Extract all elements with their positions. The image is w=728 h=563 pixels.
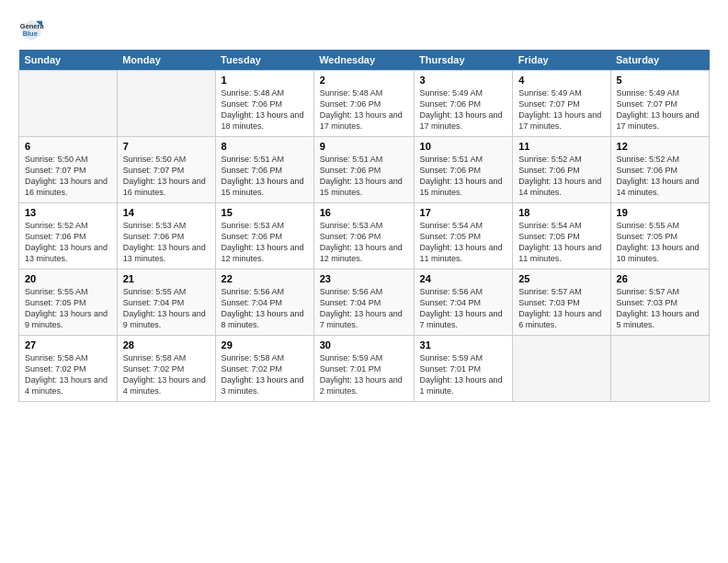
col-header-tuesday: Tuesday: [215, 50, 313, 71]
day-info: Sunrise: 5:49 AMSunset: 7:06 PMDaylight:…: [420, 87, 507, 132]
day-cell: 18Sunrise: 5:54 AMSunset: 7:05 PMDayligh…: [513, 203, 610, 270]
logo-icon: General Blue: [18, 17, 44, 42]
day-number: 19: [617, 207, 703, 218]
day-number: 10: [420, 141, 507, 152]
day-number: 8: [222, 141, 308, 152]
day-info: Sunrise: 5:56 AMSunset: 7:04 PMDaylight:…: [420, 286, 507, 331]
col-header-monday: Monday: [117, 50, 215, 71]
day-number: 20: [25, 273, 111, 284]
calendar-table: SundayMondayTuesdayWednesdayThursdayFrid…: [18, 50, 710, 402]
day-cell: 11Sunrise: 5:52 AMSunset: 7:06 PMDayligh…: [513, 137, 610, 203]
col-header-saturday: Saturday: [610, 50, 709, 71]
day-info: Sunrise: 5:55 AMSunset: 7:05 PMDaylight:…: [617, 220, 703, 265]
day-info: Sunrise: 5:53 AMSunset: 7:06 PMDaylight:…: [123, 220, 210, 265]
day-cell: 5Sunrise: 5:49 AMSunset: 7:07 PMDaylight…: [610, 71, 709, 137]
day-cell: 29Sunrise: 5:58 AMSunset: 7:02 PMDayligh…: [215, 336, 313, 402]
day-info: Sunrise: 5:50 AMSunset: 7:07 PMDaylight:…: [123, 154, 210, 199]
day-cell: [19, 71, 118, 137]
day-info: Sunrise: 5:49 AMSunset: 7:07 PMDaylight:…: [518, 87, 604, 132]
day-number: 17: [420, 207, 507, 218]
day-number: 16: [320, 207, 408, 218]
day-cell: 23Sunrise: 5:56 AMSunset: 7:04 PMDayligh…: [313, 270, 414, 336]
day-info: Sunrise: 5:57 AMSunset: 7:03 PMDaylight:…: [617, 286, 703, 331]
col-header-sunday: Sunday: [19, 50, 118, 71]
day-number: 30: [320, 339, 408, 350]
week-row-3: 13Sunrise: 5:52 AMSunset: 7:06 PMDayligh…: [19, 203, 710, 270]
day-info: Sunrise: 5:48 AMSunset: 7:06 PMDaylight:…: [320, 87, 408, 132]
day-info: Sunrise: 5:59 AMSunset: 7:01 PMDaylight:…: [420, 352, 507, 397]
day-cell: 13Sunrise: 5:52 AMSunset: 7:06 PMDayligh…: [19, 203, 118, 270]
day-info: Sunrise: 5:56 AMSunset: 7:04 PMDaylight:…: [222, 286, 308, 331]
day-info: Sunrise: 5:50 AMSunset: 7:07 PMDaylight:…: [25, 154, 111, 199]
day-cell: 4Sunrise: 5:49 AMSunset: 7:07 PMDaylight…: [513, 71, 610, 137]
day-number: 31: [420, 339, 507, 350]
day-info: Sunrise: 5:52 AMSunset: 7:06 PMDaylight:…: [25, 220, 111, 265]
day-number: 29: [222, 339, 308, 350]
day-cell: [117, 71, 215, 137]
day-number: 25: [518, 273, 604, 284]
day-cell: [610, 336, 709, 402]
day-info: Sunrise: 5:48 AMSunset: 7:06 PMDaylight:…: [222, 87, 308, 132]
day-info: Sunrise: 5:57 AMSunset: 7:03 PMDaylight:…: [518, 286, 604, 331]
day-number: 1: [222, 75, 308, 86]
day-cell: 6Sunrise: 5:50 AMSunset: 7:07 PMDaylight…: [19, 137, 118, 203]
page-header: General Blue: [18, 17, 710, 42]
day-number: 3: [420, 75, 507, 86]
day-cell: 8Sunrise: 5:51 AMSunset: 7:06 PMDaylight…: [215, 137, 313, 203]
day-cell: 9Sunrise: 5:51 AMSunset: 7:06 PMDaylight…: [313, 137, 414, 203]
header-row: SundayMondayTuesdayWednesdayThursdayFrid…: [19, 50, 710, 71]
day-number: 13: [25, 207, 111, 218]
day-number: 21: [123, 273, 210, 284]
day-info: Sunrise: 5:58 AMSunset: 7:02 PMDaylight:…: [222, 352, 308, 397]
day-number: 28: [123, 339, 210, 350]
col-header-friday: Friday: [513, 50, 610, 71]
day-info: Sunrise: 5:49 AMSunset: 7:07 PMDaylight:…: [617, 87, 703, 132]
day-cell: 10Sunrise: 5:51 AMSunset: 7:06 PMDayligh…: [414, 137, 513, 203]
day-number: 27: [25, 339, 111, 350]
day-info: Sunrise: 5:52 AMSunset: 7:06 PMDaylight:…: [617, 154, 703, 199]
day-cell: 1Sunrise: 5:48 AMSunset: 7:06 PMDaylight…: [215, 71, 313, 137]
day-number: 18: [518, 207, 604, 218]
day-cell: 22Sunrise: 5:56 AMSunset: 7:04 PMDayligh…: [215, 270, 313, 336]
day-info: Sunrise: 5:56 AMSunset: 7:04 PMDaylight:…: [320, 286, 408, 331]
day-number: 12: [617, 141, 703, 152]
day-number: 24: [420, 273, 507, 284]
day-info: Sunrise: 5:54 AMSunset: 7:05 PMDaylight:…: [518, 220, 604, 265]
logo: General Blue: [18, 17, 48, 42]
week-row-5: 27Sunrise: 5:58 AMSunset: 7:02 PMDayligh…: [19, 336, 710, 402]
day-number: 26: [617, 273, 703, 284]
day-info: Sunrise: 5:58 AMSunset: 7:02 PMDaylight:…: [123, 352, 210, 397]
day-info: Sunrise: 5:55 AMSunset: 7:05 PMDaylight:…: [25, 286, 111, 331]
day-info: Sunrise: 5:54 AMSunset: 7:05 PMDaylight:…: [420, 220, 507, 265]
day-info: Sunrise: 5:51 AMSunset: 7:06 PMDaylight:…: [320, 154, 408, 199]
day-info: Sunrise: 5:51 AMSunset: 7:06 PMDaylight:…: [420, 154, 507, 199]
day-cell: 21Sunrise: 5:55 AMSunset: 7:04 PMDayligh…: [117, 270, 215, 336]
day-cell: 20Sunrise: 5:55 AMSunset: 7:05 PMDayligh…: [19, 270, 118, 336]
day-cell: 27Sunrise: 5:58 AMSunset: 7:02 PMDayligh…: [19, 336, 118, 402]
day-cell: 31Sunrise: 5:59 AMSunset: 7:01 PMDayligh…: [414, 336, 513, 402]
day-cell: 2Sunrise: 5:48 AMSunset: 7:06 PMDaylight…: [313, 71, 414, 137]
day-number: 5: [617, 75, 703, 86]
day-cell: 14Sunrise: 5:53 AMSunset: 7:06 PMDayligh…: [117, 203, 215, 270]
day-info: Sunrise: 5:51 AMSunset: 7:06 PMDaylight:…: [222, 154, 308, 199]
day-cell: 19Sunrise: 5:55 AMSunset: 7:05 PMDayligh…: [610, 203, 709, 270]
day-cell: 26Sunrise: 5:57 AMSunset: 7:03 PMDayligh…: [610, 270, 709, 336]
day-cell: 15Sunrise: 5:53 AMSunset: 7:06 PMDayligh…: [215, 203, 313, 270]
day-number: 15: [222, 207, 308, 218]
day-number: 23: [320, 273, 408, 284]
day-cell: 3Sunrise: 5:49 AMSunset: 7:06 PMDaylight…: [414, 71, 513, 137]
day-number: 2: [320, 75, 408, 86]
day-cell: 7Sunrise: 5:50 AMSunset: 7:07 PMDaylight…: [117, 137, 215, 203]
day-cell: [513, 336, 610, 402]
day-cell: 17Sunrise: 5:54 AMSunset: 7:05 PMDayligh…: [414, 203, 513, 270]
day-info: Sunrise: 5:59 AMSunset: 7:01 PMDaylight:…: [320, 352, 408, 397]
day-cell: 16Sunrise: 5:53 AMSunset: 7:06 PMDayligh…: [313, 203, 414, 270]
day-info: Sunrise: 5:55 AMSunset: 7:04 PMDaylight:…: [123, 286, 210, 331]
day-number: 11: [518, 141, 604, 152]
day-cell: 25Sunrise: 5:57 AMSunset: 7:03 PMDayligh…: [513, 270, 610, 336]
svg-text:Blue: Blue: [23, 29, 38, 38]
day-number: 14: [123, 207, 210, 218]
day-info: Sunrise: 5:53 AMSunset: 7:06 PMDaylight:…: [222, 220, 308, 265]
day-cell: 12Sunrise: 5:52 AMSunset: 7:06 PMDayligh…: [610, 137, 709, 203]
day-cell: 30Sunrise: 5:59 AMSunset: 7:01 PMDayligh…: [313, 336, 414, 402]
